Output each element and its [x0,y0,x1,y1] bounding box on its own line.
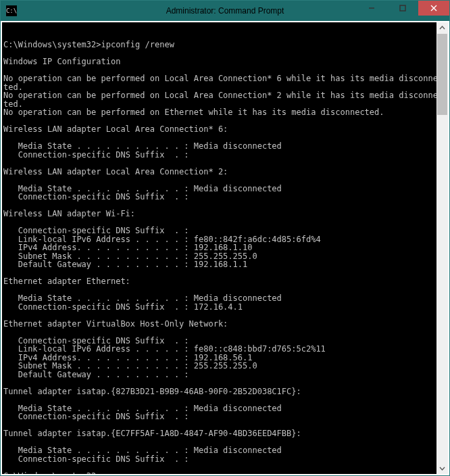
minimize-icon [368,5,375,11]
console-output[interactable]: C:\Windows\system32>ipconfig /renew Wind… [1,21,449,475]
console-text: C:\Windows\system32>ipconfig /renew Wind… [3,41,447,475]
window-controls [356,1,449,16]
scroll-down-button[interactable] [436,462,448,474]
cmd-icon: C:\ [6,5,17,16]
close-icon [430,5,437,11]
scroll-track[interactable] [436,34,448,462]
maximize-icon [399,5,406,11]
minimize-button[interactable] [356,1,387,16]
chevron-up-icon [439,25,445,31]
maximize-button[interactable] [387,1,418,16]
scroll-thumb[interactable] [437,34,447,115]
command-prompt-window: C:\ Administrator: Command Prompt C:\Win… [0,0,450,476]
close-button[interactable] [418,1,449,16]
svg-rect-1 [400,5,405,11]
chevron-down-icon [439,465,445,471]
scroll-up-button[interactable] [436,22,448,34]
titlebar[interactable]: C:\ Administrator: Command Prompt [1,1,449,21]
vertical-scrollbar[interactable] [436,22,448,474]
